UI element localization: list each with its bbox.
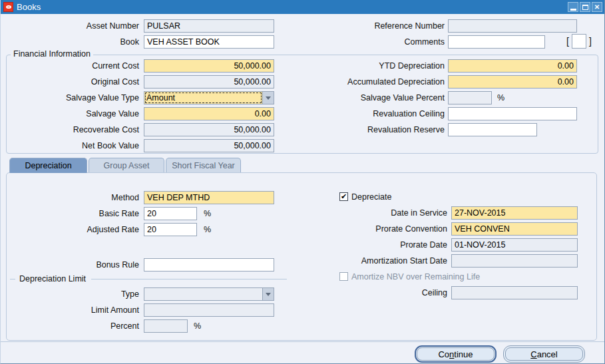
amortize-nbv-checkbox[interactable]: [339, 272, 348, 281]
recoverable-cost-field[interactable]: 50,000.00: [144, 123, 274, 136]
ytd-depreciation-field[interactable]: 0.00: [448, 59, 577, 73]
depreciation-limit-line: [91, 279, 287, 279]
title-bar: Books ✕: [1, 0, 605, 14]
amortization-start-date-field[interactable]: [451, 254, 578, 268]
adjusted-rate-percent-sign: %: [204, 223, 211, 236]
reference-number-label: Reference Number: [303, 19, 445, 33]
date-in-service-label: Date in Service: [306, 206, 447, 220]
original-cost-label: Original Cost: [1, 75, 139, 89]
salvage-value-percent-label: Salvage Value Percent: [303, 91, 445, 104]
ceiling-field[interactable]: [451, 286, 578, 299]
original-cost-field[interactable]: 50,000.00: [144, 75, 274, 89]
prorate-date-field[interactable]: 01-NOV-2015: [451, 238, 578, 252]
adjusted-rate-label: Adjusted Rate: [1, 223, 139, 236]
check-icon: ✔: [341, 192, 347, 200]
cancel-button-mnemonic: C: [530, 349, 536, 359]
prorate-convention-label: Prorate Convention: [306, 222, 447, 236]
accumulated-depreciation-label: Accumulated Depreciation: [303, 75, 445, 89]
minimize-button[interactable]: [568, 2, 578, 12]
method-label: Method: [1, 191, 139, 204]
cancel-button[interactable]: Cancel: [503, 345, 585, 363]
dropdown-arrow-icon: [266, 96, 271, 100]
tab-depreciation[interactable]: Depreciation: [9, 158, 87, 173]
salvage-value-type-value: Amount: [144, 92, 262, 104]
tab-short-fiscal-year[interactable]: Short Fiscal Year: [166, 158, 241, 173]
prorate-date-label: Prorate Date: [306, 238, 447, 252]
reference-number-field[interactable]: [448, 19, 577, 33]
limit-type-combo[interactable]: [144, 287, 274, 301]
asset-number-label: Asset Number: [1, 19, 139, 33]
book-label: Book: [1, 35, 139, 49]
depreciation-limit-title: Depreciation Limit: [19, 273, 86, 284]
current-cost-field[interactable]: 50,000.00: [144, 59, 274, 73]
flexfield-box[interactable]: [572, 34, 586, 49]
salvage-value-label: Salvage Value: [1, 107, 139, 120]
salvage-value-type-label: Salvage Value Type: [1, 91, 139, 104]
continue-button-label: tinue: [454, 349, 473, 359]
books-window: Books ✕ Asset Number PULSAR Book VEH ASS…: [0, 0, 605, 364]
close-icon: ✕: [594, 4, 600, 11]
limit-type-label: Type: [1, 287, 139, 301]
date-in-service-field[interactable]: 27-NOV-2015: [451, 206, 578, 220]
bonus-rule-label: Bonus Rule: [1, 258, 139, 272]
oracle-logo-icon: [3, 2, 13, 12]
maximize-button[interactable]: [580, 2, 590, 12]
asset-number-field[interactable]: PULSAR: [144, 19, 274, 33]
limit-amount-label: Limit Amount: [1, 303, 139, 317]
amortization-start-date-label: Amortization Start Date: [306, 254, 447, 268]
cancel-button-label: ancel: [537, 349, 558, 359]
accumulated-depreciation-field[interactable]: 0.00: [448, 75, 577, 89]
current-cost-label: Current Cost: [1, 59, 139, 73]
financial-information-title: Financial Information: [11, 49, 93, 59]
limit-type-dropdown-button[interactable]: [262, 288, 274, 300]
salvage-value-field[interactable]: 0.00: [144, 107, 274, 120]
window-title: Books: [17, 2, 41, 12]
depreciation-limit-line: [10, 279, 15, 279]
comments-field[interactable]: [448, 35, 545, 49]
bonus-rule-field[interactable]: [144, 258, 274, 272]
continue-button[interactable]: Continue: [415, 345, 497, 363]
continue-button-label: Co: [438, 349, 449, 359]
salvage-value-type-dropdown-button[interactable]: [262, 92, 274, 104]
salvage-value-percent-field[interactable]: [448, 91, 492, 104]
close-button[interactable]: ✕: [592, 2, 602, 12]
flexfield-close-bracket: ]: [589, 35, 592, 48]
salvage-value-type-combo[interactable]: Amount: [144, 91, 274, 104]
salvage-value-percent-sign: %: [497, 91, 504, 104]
book-field[interactable]: VEH ASSET BOOK: [144, 35, 274, 49]
minimize-icon: [570, 9, 576, 11]
revaluation-ceiling-label: Revaluation Ceiling: [303, 107, 445, 120]
basic-rate-label: Basic Rate: [1, 207, 139, 220]
comments-label: Comments: [303, 35, 445, 49]
adjusted-rate-field[interactable]: 20: [144, 223, 197, 236]
ytd-depreciation-label: YTD Depreciation: [303, 59, 445, 73]
prorate-convention-field[interactable]: VEH CONVEN: [451, 222, 578, 236]
revaluation-reserve-label: Revaluation Reserve: [303, 123, 445, 136]
amortize-nbv-label: Amortize NBV over Remaining Life: [351, 272, 480, 282]
net-book-value-field[interactable]: 50,000.00: [144, 139, 274, 152]
revaluation-reserve-field[interactable]: [448, 123, 537, 136]
limit-percent-label: Percent: [1, 319, 139, 333]
tab-group-asset[interactable]: Group Asset: [89, 158, 164, 173]
basic-rate-percent-sign: %: [204, 207, 211, 220]
basic-rate-field[interactable]: 20: [144, 207, 197, 220]
limit-percent-sign: %: [194, 319, 201, 333]
limit-amount-field[interactable]: [144, 303, 274, 317]
flexfield-open-bracket: [: [566, 35, 569, 48]
continue-button-mnemonic: n: [449, 349, 454, 359]
dropdown-arrow-icon: [266, 293, 271, 296]
method-field[interactable]: VEH DEP MTHD: [144, 191, 274, 204]
depreciate-checkbox[interactable]: ✔: [339, 192, 348, 201]
limit-percent-field[interactable]: [144, 319, 188, 333]
depreciate-label: Depreciate: [351, 192, 391, 202]
recoverable-cost-label: Recoverable Cost: [1, 123, 139, 136]
ceiling-label: Ceiling: [306, 286, 447, 299]
net-book-value-label: Net Book Value: [1, 139, 139, 152]
revaluation-ceiling-field[interactable]: [448, 107, 577, 120]
button-bar-divider: [1, 341, 605, 342]
maximize-icon: [582, 5, 588, 10]
limit-type-value: [144, 288, 262, 300]
